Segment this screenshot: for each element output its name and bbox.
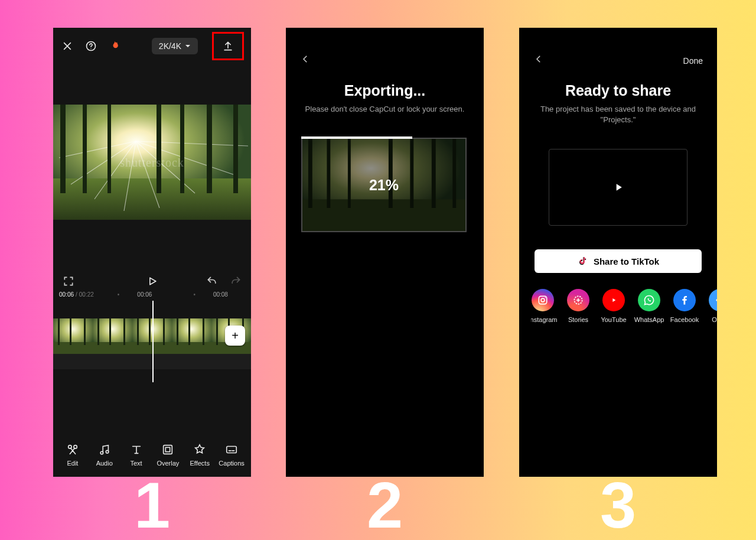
svg-rect-37 — [163, 318, 165, 345]
share-title: Ready to share — [519, 82, 717, 99]
screen-editor: 2K/4K — [53, 28, 251, 477]
redo-icon — [230, 275, 242, 287]
svg-point-46 — [100, 451, 103, 454]
resolution-label: 2K/4K — [159, 41, 181, 51]
stories-icon — [567, 289, 589, 311]
flame-icon[interactable] — [107, 39, 122, 53]
share-youtube[interactable]: YouTube — [602, 289, 625, 323]
svg-rect-30 — [70, 318, 71, 345]
share-other[interactable]: Other — [708, 289, 717, 323]
share-tiktok-button[interactable]: Share to TikTok — [535, 249, 702, 273]
svg-rect-32 — [97, 318, 99, 345]
share-subtitle: The project has been saved to the device… — [519, 104, 717, 125]
svg-rect-17 — [207, 105, 212, 193]
svg-rect-41 — [216, 318, 218, 345]
share-whatsapp[interactable]: WhatsApp — [637, 289, 661, 323]
share-instagram[interactable]: Instagram — [531, 289, 555, 323]
back-icon[interactable] — [533, 54, 544, 64]
step-number-1: 1 — [53, 473, 251, 538]
whatsapp-icon — [638, 289, 660, 311]
tool-edit[interactable]: Edit — [58, 443, 87, 467]
exporting-title: Exporting... — [286, 82, 484, 99]
video-preview[interactable]: shutterstock — [53, 105, 251, 220]
svg-point-61 — [541, 298, 545, 302]
play-icon[interactable] — [146, 275, 158, 287]
screen-share: Done Ready to share The project has been… — [519, 28, 717, 477]
share-stories[interactable]: Stories — [566, 289, 590, 323]
svg-rect-31 — [84, 318, 86, 345]
svg-point-62 — [545, 297, 546, 298]
exporting-subtitle: Please don't close CapCut or lock your s… — [286, 104, 484, 115]
instagram-icon — [532, 289, 554, 311]
export-thumbnail: 21% — [301, 138, 467, 232]
svg-point-47 — [106, 450, 109, 453]
done-button[interactable]: Done — [683, 56, 703, 66]
help-icon[interactable] — [84, 39, 98, 53]
export-percent: 21% — [302, 139, 465, 231]
share-tiktok-label: Share to TikTok — [594, 256, 659, 266]
share-targets-row: Instagram Stories YouTube WhatsApp Faceb… — [531, 289, 717, 323]
timeline-playhead[interactable] — [152, 301, 154, 382]
svg-point-1 — [90, 48, 91, 49]
watermark-text: shutterstock — [120, 155, 184, 169]
resolution-selector[interactable]: 2K/4K — [152, 38, 198, 54]
video-thumbnail[interactable] — [549, 149, 687, 226]
svg-rect-50 — [227, 447, 237, 453]
svg-rect-33 — [109, 318, 111, 345]
share-facebook[interactable]: Facebook — [673, 289, 696, 323]
svg-rect-49 — [166, 447, 170, 451]
svg-rect-35 — [137, 318, 139, 345]
tool-overlay[interactable]: Overlay — [153, 443, 183, 467]
tiktok-icon — [577, 256, 588, 266]
svg-rect-38 — [177, 318, 178, 345]
svg-rect-13 — [83, 105, 87, 193]
screen-exporting: Exporting... Please don't close CapCut o… — [286, 28, 484, 477]
tool-text[interactable]: Text — [122, 443, 151, 467]
export-button[interactable] — [212, 32, 244, 60]
back-icon[interactable] — [300, 54, 311, 64]
facebook-icon — [673, 289, 696, 311]
more-icon — [709, 289, 717, 311]
fullscreen-icon[interactable] — [63, 275, 74, 287]
svg-rect-34 — [123, 318, 125, 345]
svg-rect-40 — [203, 318, 204, 345]
svg-rect-16 — [180, 105, 184, 193]
step-number-3: 3 — [519, 473, 717, 538]
svg-point-64 — [716, 299, 717, 301]
time-current: 00:06 — [59, 291, 74, 298]
undo-icon[interactable] — [206, 275, 218, 287]
svg-rect-36 — [149, 318, 151, 345]
svg-rect-48 — [164, 445, 172, 454]
editor-topbar: 2K/4K — [53, 28, 251, 64]
time-total: 00:22 — [79, 291, 94, 298]
svg-rect-39 — [188, 318, 190, 345]
add-clip-button[interactable]: + — [225, 326, 245, 346]
svg-rect-29 — [58, 318, 60, 345]
timeline-ruler[interactable]: 00:06 / 00:22 • 00:06 • 00:08 • 00:10 — [59, 291, 251, 300]
svg-rect-14 — [107, 105, 111, 193]
svg-rect-18 — [233, 105, 238, 193]
tool-audio[interactable]: Audio — [90, 443, 119, 467]
tool-effects[interactable]: Effects — [185, 443, 214, 467]
close-icon[interactable] — [60, 39, 74, 53]
tool-captions[interactable]: Captions — [217, 443, 246, 467]
step-number-2: 2 — [286, 473, 484, 538]
svg-rect-12 — [60, 105, 66, 193]
youtube-icon — [602, 289, 625, 311]
svg-rect-15 — [157, 105, 161, 193]
